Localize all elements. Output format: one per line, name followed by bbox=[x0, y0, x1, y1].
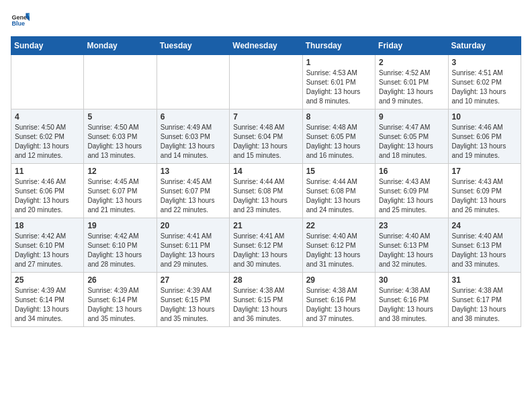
day-cell-4: 4Sunrise: 4:50 AM Sunset: 6:02 PM Daylig… bbox=[11, 109, 84, 164]
day-number: 28 bbox=[233, 275, 298, 285]
empty-cell bbox=[157, 55, 229, 109]
day-cell-7: 7Sunrise: 4:48 AM Sunset: 6:04 PM Daylig… bbox=[230, 109, 302, 164]
day-info: Sunrise: 4:48 AM Sunset: 6:04 PM Dayligh… bbox=[233, 123, 298, 161]
day-info: Sunrise: 4:38 AM Sunset: 6:16 PM Dayligh… bbox=[379, 286, 444, 324]
day-number: 16 bbox=[379, 167, 444, 176]
day-info: Sunrise: 4:51 AM Sunset: 6:02 PM Dayligh… bbox=[452, 68, 517, 106]
day-number: 25 bbox=[15, 275, 80, 285]
day-number: 6 bbox=[161, 112, 226, 122]
day-info: Sunrise: 4:44 AM Sunset: 6:08 PM Dayligh… bbox=[233, 177, 298, 215]
day-number: 21 bbox=[233, 221, 298, 230]
day-cell-1: 1Sunrise: 4:53 AM Sunset: 6:01 PM Daylig… bbox=[302, 55, 375, 109]
day-cell-17: 17Sunrise: 4:43 AM Sunset: 6:09 PM Dayli… bbox=[448, 164, 521, 218]
day-cell-23: 23Sunrise: 4:40 AM Sunset: 6:13 PM Dayli… bbox=[375, 218, 448, 273]
day-info: Sunrise: 4:45 AM Sunset: 6:07 PM Dayligh… bbox=[161, 177, 226, 215]
day-number: 17 bbox=[452, 167, 517, 176]
day-info: Sunrise: 4:50 AM Sunset: 6:03 PM Dayligh… bbox=[87, 123, 152, 161]
day-number: 14 bbox=[233, 167, 298, 176]
day-number: 18 bbox=[15, 221, 80, 230]
day-info: Sunrise: 4:49 AM Sunset: 6:03 PM Dayligh… bbox=[161, 123, 226, 161]
day-cell-3: 3Sunrise: 4:51 AM Sunset: 6:02 PM Daylig… bbox=[448, 55, 521, 109]
day-cell-5: 5Sunrise: 4:50 AM Sunset: 6:03 PM Daylig… bbox=[84, 109, 157, 164]
day-number: 20 bbox=[161, 221, 226, 230]
day-info: Sunrise: 4:40 AM Sunset: 6:13 PM Dayligh… bbox=[452, 232, 517, 269]
day-number: 2 bbox=[379, 58, 444, 67]
day-cell-27: 27Sunrise: 4:39 AM Sunset: 6:15 PM Dayli… bbox=[157, 273, 229, 327]
day-info: Sunrise: 4:44 AM Sunset: 6:08 PM Dayligh… bbox=[306, 177, 371, 215]
day-info: Sunrise: 4:43 AM Sunset: 6:09 PM Dayligh… bbox=[452, 177, 517, 215]
day-cell-25: 25Sunrise: 4:39 AM Sunset: 6:14 PM Dayli… bbox=[11, 273, 84, 327]
day-cell-19: 19Sunrise: 4:42 AM Sunset: 6:10 PM Dayli… bbox=[84, 218, 157, 273]
day-number: 31 bbox=[452, 275, 517, 285]
empty-cell bbox=[230, 55, 302, 109]
day-info: Sunrise: 4:38 AM Sunset: 6:17 PM Dayligh… bbox=[452, 286, 517, 324]
weekday-header-saturday: Saturday bbox=[448, 37, 521, 55]
day-number: 26 bbox=[87, 275, 152, 285]
weekday-header-wednesday: Wednesday bbox=[230, 37, 302, 55]
day-number: 27 bbox=[161, 275, 226, 285]
weekday-header-tuesday: Tuesday bbox=[157, 37, 229, 55]
day-number: 4 bbox=[15, 112, 80, 122]
day-info: Sunrise: 4:42 AM Sunset: 6:10 PM Dayligh… bbox=[87, 232, 152, 269]
day-cell-20: 20Sunrise: 4:41 AM Sunset: 6:11 PM Dayli… bbox=[157, 218, 229, 273]
day-cell-21: 21Sunrise: 4:41 AM Sunset: 6:12 PM Dayli… bbox=[230, 218, 302, 273]
weekday-header-friday: Friday bbox=[375, 37, 448, 55]
day-info: Sunrise: 4:41 AM Sunset: 6:11 PM Dayligh… bbox=[161, 232, 226, 269]
day-info: Sunrise: 4:52 AM Sunset: 6:01 PM Dayligh… bbox=[379, 68, 444, 106]
day-number: 12 bbox=[87, 167, 152, 176]
day-info: Sunrise: 4:39 AM Sunset: 6:14 PM Dayligh… bbox=[15, 286, 80, 324]
day-number: 13 bbox=[161, 167, 226, 176]
weekday-header-thursday: Thursday bbox=[302, 37, 375, 55]
day-info: Sunrise: 4:47 AM Sunset: 6:05 PM Dayligh… bbox=[379, 123, 444, 161]
logo-icon: General Blue bbox=[11, 11, 30, 30]
svg-text:Blue: Blue bbox=[11, 20, 25, 27]
day-number: 9 bbox=[379, 112, 444, 122]
weekday-header-sunday: Sunday bbox=[11, 37, 84, 55]
day-number: 10 bbox=[452, 112, 517, 122]
day-number: 30 bbox=[379, 275, 444, 285]
day-number: 29 bbox=[306, 275, 371, 285]
day-number: 7 bbox=[233, 112, 298, 122]
day-number: 8 bbox=[306, 112, 371, 122]
day-cell-2: 2Sunrise: 4:52 AM Sunset: 6:01 PM Daylig… bbox=[375, 55, 448, 109]
day-number: 22 bbox=[306, 221, 371, 230]
day-info: Sunrise: 4:39 AM Sunset: 6:15 PM Dayligh… bbox=[161, 286, 226, 324]
day-number: 11 bbox=[15, 167, 80, 176]
day-info: Sunrise: 4:46 AM Sunset: 6:06 PM Dayligh… bbox=[452, 123, 517, 161]
week-row-4: 18Sunrise: 4:42 AM Sunset: 6:10 PM Dayli… bbox=[11, 218, 521, 273]
day-cell-15: 15Sunrise: 4:44 AM Sunset: 6:08 PM Dayli… bbox=[302, 164, 375, 218]
day-number: 15 bbox=[306, 167, 371, 176]
day-info: Sunrise: 4:43 AM Sunset: 6:09 PM Dayligh… bbox=[379, 177, 444, 215]
logo: General Blue bbox=[11, 11, 30, 30]
day-cell-14: 14Sunrise: 4:44 AM Sunset: 6:08 PM Dayli… bbox=[230, 164, 302, 218]
day-number: 24 bbox=[452, 221, 517, 230]
day-info: Sunrise: 4:42 AM Sunset: 6:10 PM Dayligh… bbox=[15, 232, 80, 269]
day-cell-11: 11Sunrise: 4:46 AM Sunset: 6:06 PM Dayli… bbox=[11, 164, 84, 218]
day-cell-28: 28Sunrise: 4:38 AM Sunset: 6:15 PM Dayli… bbox=[230, 273, 302, 327]
day-cell-9: 9Sunrise: 4:47 AM Sunset: 6:05 PM Daylig… bbox=[375, 109, 448, 164]
day-number: 23 bbox=[379, 221, 444, 230]
day-info: Sunrise: 4:45 AM Sunset: 6:07 PM Dayligh… bbox=[87, 177, 152, 215]
day-info: Sunrise: 4:53 AM Sunset: 6:01 PM Dayligh… bbox=[306, 68, 371, 106]
day-cell-22: 22Sunrise: 4:40 AM Sunset: 6:12 PM Dayli… bbox=[302, 218, 375, 273]
day-cell-31: 31Sunrise: 4:38 AM Sunset: 6:17 PM Dayli… bbox=[448, 273, 521, 327]
day-cell-24: 24Sunrise: 4:40 AM Sunset: 6:13 PM Dayli… bbox=[448, 218, 521, 273]
empty-cell bbox=[11, 55, 84, 109]
day-cell-8: 8Sunrise: 4:48 AM Sunset: 6:05 PM Daylig… bbox=[302, 109, 375, 164]
weekday-header-monday: Monday bbox=[84, 37, 157, 55]
day-cell-6: 6Sunrise: 4:49 AM Sunset: 6:03 PM Daylig… bbox=[157, 109, 229, 164]
empty-cell bbox=[84, 55, 157, 109]
header: General Blue bbox=[11, 11, 521, 30]
day-cell-29: 29Sunrise: 4:38 AM Sunset: 6:16 PM Dayli… bbox=[302, 273, 375, 327]
day-number: 1 bbox=[306, 58, 371, 67]
week-row-1: 1Sunrise: 4:53 AM Sunset: 6:01 PM Daylig… bbox=[11, 55, 521, 109]
day-number: 3 bbox=[452, 58, 517, 67]
week-row-2: 4Sunrise: 4:50 AM Sunset: 6:02 PM Daylig… bbox=[11, 109, 521, 164]
day-info: Sunrise: 4:39 AM Sunset: 6:14 PM Dayligh… bbox=[87, 286, 152, 324]
day-number: 19 bbox=[87, 221, 152, 230]
day-info: Sunrise: 4:48 AM Sunset: 6:05 PM Dayligh… bbox=[306, 123, 371, 161]
day-cell-30: 30Sunrise: 4:38 AM Sunset: 6:16 PM Dayli… bbox=[375, 273, 448, 327]
day-cell-18: 18Sunrise: 4:42 AM Sunset: 6:10 PM Dayli… bbox=[11, 218, 84, 273]
day-info: Sunrise: 4:38 AM Sunset: 6:16 PM Dayligh… bbox=[306, 286, 371, 324]
day-info: Sunrise: 4:40 AM Sunset: 6:12 PM Dayligh… bbox=[306, 232, 371, 269]
